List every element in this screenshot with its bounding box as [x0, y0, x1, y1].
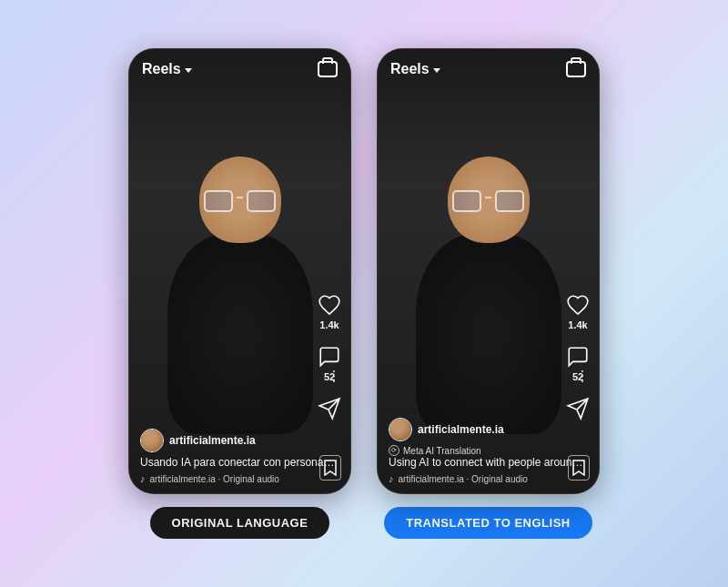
glasses-bridge: [237, 197, 243, 198]
more-options-icon-right[interactable]: ···: [575, 369, 590, 384]
like-group-right[interactable]: 1.4k: [566, 293, 590, 330]
chevron-down-icon: [185, 68, 192, 73]
share-group-left[interactable]: [318, 397, 341, 420]
username-left: artificialmente.ia: [169, 434, 256, 447]
user-avatar-right: [389, 418, 412, 441]
heart-icon-left: [318, 293, 341, 317]
person-body-right: [416, 234, 561, 434]
translated-label: TRANSLATED TO ENGLISH: [384, 507, 592, 539]
username-right: artificialmente.ia: [418, 423, 504, 436]
music-icon-left: ♪: [140, 473, 146, 484]
camera-icon-left[interactable]: [318, 61, 338, 77]
original-phone-wrapper: Reels 1.4k 52: [128, 48, 351, 539]
glasses: [204, 191, 277, 211]
share-icon-left: [318, 397, 341, 420]
person-body: [167, 234, 313, 434]
reels-label-right: Reels: [390, 61, 430, 77]
like-count-left: 1.4k: [319, 319, 339, 330]
top-bar-right: Reels: [378, 49, 599, 89]
phone-bottom-left: artificialmente.ia Usando IA para conect…: [129, 429, 350, 484]
reels-label-left: Reels: [142, 61, 181, 77]
translation-badge: ⟳ Meta AI Translation: [389, 445, 588, 456]
reels-title-left: Reels: [142, 61, 192, 77]
translated-phone: Reels 1.4k 52: [377, 48, 600, 494]
caption-left: Usando IA para conectar con personas de …: [140, 456, 339, 469]
person-head: [199, 157, 281, 243]
user-row-right: artificialmente.ia: [389, 418, 588, 441]
glasses-right: [452, 191, 525, 211]
meta-logo-icon: ⟳: [389, 445, 399, 456]
comment-icon-left: [318, 345, 341, 369]
audio-text-left: artificialmente.ia · Original audio: [150, 474, 279, 484]
video-background: [129, 49, 350, 493]
person-silhouette-right: [407, 157, 571, 439]
audio-left: ♪ artificialmente.ia · Original audio: [140, 473, 339, 484]
camera-icon-right[interactable]: [566, 61, 586, 77]
music-icon-right: ♪: [389, 473, 394, 484]
person-head-right: [448, 157, 530, 243]
like-count-right: 1.4k: [568, 319, 587, 330]
top-bar-left: Reels: [129, 49, 350, 89]
person-silhouette: [158, 157, 322, 439]
sidebar-icons-right: 1.4k 52: [566, 293, 590, 420]
original-label: ORIGINAL LANGUAGE: [150, 507, 330, 539]
more-options-icon-left[interactable]: ···: [327, 369, 341, 384]
audio-text-right: artificialmente.ia · Original audio: [399, 474, 528, 484]
user-row-left: artificialmente.ia: [140, 429, 339, 452]
translation-badge-text: Meta AI Translation: [403, 446, 481, 456]
audio-right: ♪ artificialmente.ia · Original audio: [389, 473, 588, 484]
reels-title-right: Reels: [390, 61, 440, 77]
avatar-image-right: [389, 419, 411, 440]
heart-icon-right: [566, 293, 590, 317]
sidebar-icons-left: 1.4k 52: [318, 293, 341, 420]
avatar-image-left: [141, 430, 163, 451]
glasses-bridge-right: [485, 197, 491, 198]
like-group-left[interactable]: 1.4k: [318, 293, 341, 330]
translated-phone-wrapper: Reels 1.4k 52: [377, 48, 600, 539]
main-container: Reels 1.4k 52: [128, 48, 600, 539]
original-phone: Reels 1.4k 52: [128, 48, 351, 494]
chevron-down-icon-right: [433, 68, 440, 73]
comment-icon-right: [566, 345, 590, 369]
caption-right: Using AI to connect with people around .…: [389, 456, 588, 469]
user-avatar-left: [140, 429, 164, 452]
phone-bottom-right: artificialmente.ia ⟳ Meta AI Translation…: [378, 418, 599, 484]
